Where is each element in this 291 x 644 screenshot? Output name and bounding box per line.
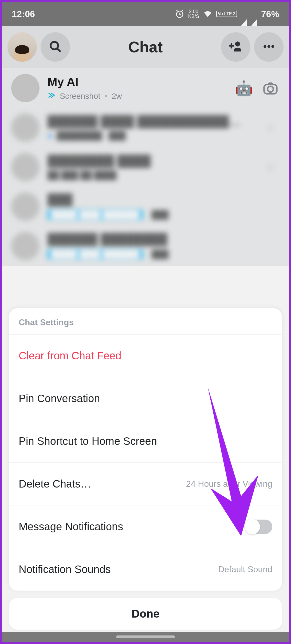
phone-frame: 12:06 2.00 KB/S Vo LTE 2 76% bbox=[0, 0, 291, 644]
pin-shortcut-item[interactable]: Pin Shortcut to Home Screen bbox=[9, 420, 282, 462]
done-label: Done bbox=[132, 607, 160, 620]
item-label: Pin Conversation bbox=[19, 392, 100, 405]
item-label: Clear from Chat Feed bbox=[19, 350, 121, 362]
item-value: 24 Hours after Viewing bbox=[186, 479, 272, 489]
pin-conversation-item[interactable]: Pin Conversation bbox=[9, 377, 282, 420]
done-button[interactable]: Done bbox=[9, 598, 282, 630]
message-notifications-toggle[interactable] bbox=[245, 520, 272, 534]
chat-settings-sheet: Chat Settings Clear from Chat Feed Pin C… bbox=[9, 308, 282, 591]
item-value: Default Sound bbox=[218, 564, 272, 574]
notification-sounds-item[interactable]: Notification Sounds Default Sound bbox=[9, 548, 282, 591]
item-label: Delete Chats… bbox=[19, 478, 91, 490]
nav-handle[interactable] bbox=[116, 635, 175, 638]
item-label: Message Notifications bbox=[19, 521, 123, 533]
sheet-title: Chat Settings bbox=[9, 308, 282, 334]
delete-chats-item[interactable]: Delete Chats… 24 Hours after Viewing bbox=[9, 462, 282, 505]
clear-from-chat-feed-item[interactable]: Clear from Chat Feed bbox=[9, 334, 282, 377]
system-nav-bar bbox=[2, 632, 289, 642]
item-label: Notification Sounds bbox=[19, 563, 111, 575]
item-label: Pin Shortcut to Home Screen bbox=[19, 435, 157, 447]
message-notifications-item[interactable]: Message Notifications bbox=[9, 505, 282, 548]
